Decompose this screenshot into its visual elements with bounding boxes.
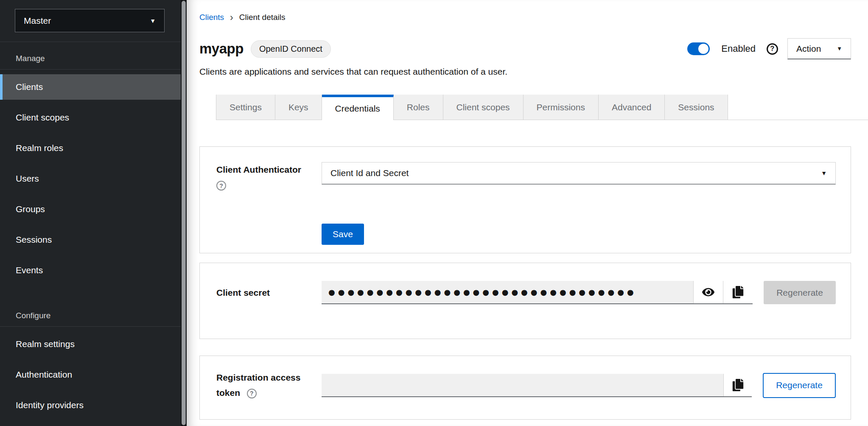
nav-section-title-configure: Configure [0,299,181,326]
page-header: myapp OpenID Connect Enabled ? Action ▼ [199,38,851,59]
tab-sessions[interactable]: Sessions [665,95,728,120]
realm-switcher-dropdown[interactable]: Master ▼ [15,9,165,32]
copy-secret-button[interactable] [723,281,753,303]
nav-section-configure: Configure Realm settings Authentication … [0,299,181,418]
field-column: Regenerate [322,281,836,304]
tab-roles[interactable]: Roles [394,95,443,120]
sidebar-item-realm-settings[interactable]: Realm settings [0,331,181,357]
sidebar-item-realm-roles[interactable]: Realm roles [0,135,181,161]
client-authenticator-card: Client Authenticator ? Client Id and Sec… [199,146,851,253]
field-column: Regenerate [322,373,836,398]
page-title: myapp [199,41,244,57]
field-column: Client Id and Secret ▼ [322,162,836,191]
client-secret-input-group [322,281,753,304]
breadcrumb: Clients › Client details [199,13,851,22]
nav-list-configure: Realm settings Authentication Identity p… [0,327,181,418]
registration-token-row: Registration access token ? Regenerate [216,370,836,401]
sidebar-scrollbar-thumb[interactable] [182,1,186,425]
client-secret-label: Client secret [216,285,309,300]
tab-credentials[interactable]: Credentials [322,95,394,120]
sidebar-item-events[interactable]: Events [0,258,181,283]
sidebar-item-client-scopes[interactable]: Client scopes [0,105,181,130]
tab-bar: Settings Keys Credentials Roles Client s… [216,95,868,120]
label-column: Registration access token ? [216,370,322,401]
realm-selector-area: Master ▼ [0,0,181,42]
copy-icon [732,286,744,298]
sidebar-item-authentication[interactable]: Authentication [0,362,181,387]
select-value: Client Id and Secret [330,168,409,178]
help-icon[interactable]: ? [247,389,257,398]
save-button[interactable]: Save [322,224,364,245]
sidebar-item-groups[interactable]: Groups [0,196,181,222]
breadcrumb-link-clients[interactable]: Clients [199,13,224,22]
client-authenticator-select[interactable]: Client Id and Secret ▼ [322,162,836,185]
tab-keys[interactable]: Keys [275,95,322,120]
action-label: Action [796,44,821,54]
label-column: Client Authenticator ? [216,162,322,191]
page-description: Clients are applications and services th… [199,67,851,77]
registration-token-label: Registration access token ? [216,373,300,398]
chevron-right-icon: › [230,14,233,22]
label-column: Client secret [216,285,322,300]
nav-list-manage: Clients Client scopes Realm roles Users … [0,70,181,283]
keycloak-admin-console: Master ▼ Manage Clients Client scopes Re… [0,0,868,426]
regenerate-secret-button[interactable]: Regenerate [764,281,836,304]
copy-token-button[interactable] [723,374,752,396]
registration-token-input[interactable] [322,374,723,396]
show-secret-button[interactable] [693,281,723,303]
registration-token-card: Registration access token ? Regenerate [199,356,851,420]
sidebar-item-sessions[interactable]: Sessions [0,227,181,252]
action-dropdown[interactable]: Action ▼ [787,38,851,59]
main-content: Clients › Client details myapp OpenID Co… [187,0,868,426]
enabled-toggle[interactable] [687,42,710,55]
caret-down-icon: ▼ [837,45,842,52]
caret-down-icon: ▼ [150,17,156,24]
toggle-knob [698,44,708,54]
help-icon[interactable]: ? [767,43,778,55]
tab-advanced[interactable]: Advanced [599,95,665,120]
client-authenticator-label: Client Authenticator [216,162,309,177]
enabled-label: Enabled [721,43,756,54]
protocol-badge: OpenID Connect [251,40,331,58]
header-controls: Enabled ? Action ▼ [687,38,851,59]
tab-settings[interactable]: Settings [216,95,275,120]
breadcrumb-current: Client details [239,13,286,22]
registration-token-input-group [322,374,752,397]
tab-client-scopes[interactable]: Client scopes [443,95,524,120]
save-row: Save [216,191,836,245]
nav-section-manage: Manage Clients Client scopes Realm roles… [0,42,181,283]
client-secret-input[interactable] [322,281,693,303]
nav-section-title-manage: Manage [0,42,181,69]
client-authenticator-row: Client Authenticator ? Client Id and Sec… [216,162,836,191]
help-icon[interactable]: ? [216,181,226,191]
realm-name: Master [24,16,51,26]
sidebar-item-clients[interactable]: Clients [0,74,181,100]
tab-permissions[interactable]: Permissions [524,95,599,120]
sidebar-item-users[interactable]: Users [0,166,181,191]
regenerate-token-button[interactable]: Regenerate [763,373,836,398]
sidebar-scrollbar [181,0,187,426]
client-secret-card: Client secret Regenerate [199,263,851,339]
sidebar-item-identity-providers[interactable]: Identity providers [0,392,181,418]
copy-icon [732,379,744,391]
client-secret-row: Client secret Regenerate [216,281,836,304]
sidebar: Master ▼ Manage Clients Client scopes Re… [0,0,181,426]
eye-icon [702,286,714,298]
caret-down-icon: ▼ [821,170,827,177]
